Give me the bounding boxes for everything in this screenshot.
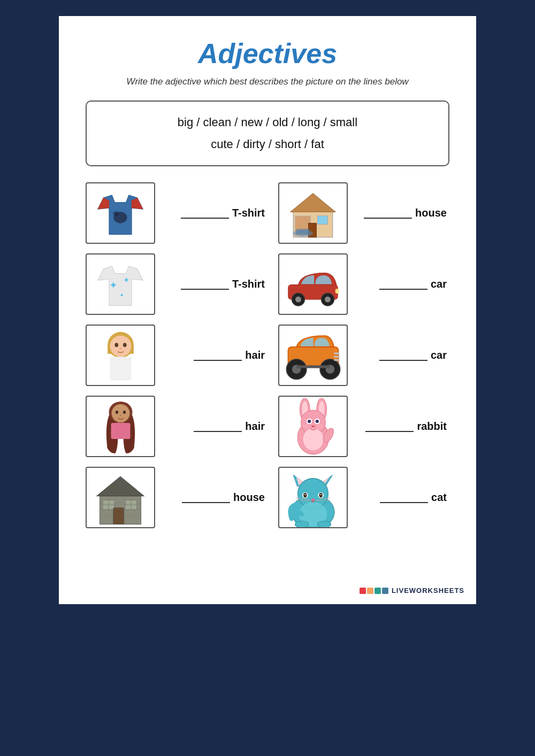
exercise-right-1: house (268, 182, 449, 244)
answer-line-4-right[interactable] (365, 421, 414, 432)
answer-area-4-left: hair (159, 420, 268, 433)
image-clean-shirt: ✦ ✦ ✦ (86, 253, 155, 315)
answer-line-5-left[interactable] (182, 492, 230, 503)
footer: LIVEWORKSHEETS (360, 587, 464, 595)
svg-point-80 (304, 494, 305, 495)
svg-point-89 (295, 521, 308, 527)
svg-marker-6 (291, 193, 335, 212)
svg-point-26 (123, 343, 126, 347)
exercise-row-3: hair (86, 325, 449, 386)
footer-logo (360, 588, 388, 594)
svg-rect-37 (334, 359, 339, 361)
label-4-right: rabbit (417, 420, 447, 433)
exercise-left-5: house (86, 467, 268, 528)
answer-area-2-left: T-shirt (159, 278, 268, 290)
svg-rect-34 (296, 365, 330, 368)
svg-rect-43 (111, 423, 130, 439)
image-small-car (278, 253, 348, 315)
label-2-left: T-shirt (232, 278, 265, 290)
svg-point-39 (111, 404, 129, 422)
svg-point-41 (123, 411, 126, 414)
page-subtitle: Write the adjective which best describes… (86, 75, 449, 89)
image-short-hair-girl (86, 325, 155, 386)
answer-area-3-left: hair (159, 349, 268, 361)
svg-text:✦: ✦ (123, 276, 130, 284)
answer-line-5-right[interactable] (380, 492, 428, 503)
svg-point-42 (119, 414, 121, 416)
svg-point-55 (311, 425, 315, 427)
exercise-left-3: hair (86, 325, 268, 386)
answer-line-1-right[interactable] (364, 208, 412, 219)
svg-point-25 (114, 343, 118, 347)
exercise-left-1: T-shirt (86, 182, 268, 244)
svg-point-27 (119, 348, 121, 349)
svg-point-83 (320, 494, 322, 495)
image-long-hair-girl (86, 396, 155, 457)
exercise-row-1: T-shirt (86, 182, 449, 244)
answer-line-3-right[interactable] (379, 350, 427, 361)
exercise-row-2: ✦ ✦ ✦ T-shirt (86, 253, 449, 315)
svg-rect-28 (110, 357, 131, 380)
answer-line-1-left[interactable] (181, 208, 229, 219)
answer-line-3-left[interactable] (194, 350, 242, 361)
word-bank-line2: cute / dirty / short / fat (100, 133, 435, 156)
svg-marker-12 (98, 266, 143, 305)
label-2-right: car (431, 278, 447, 290)
answer-area-1-right: house (352, 207, 449, 219)
logo-sq-1 (360, 588, 366, 594)
svg-text:✦: ✦ (119, 291, 124, 298)
label-4-left: hair (245, 420, 265, 433)
page-title: Adjectives (86, 37, 449, 70)
svg-point-24 (110, 336, 131, 357)
exercise-left-2: ✦ ✦ ✦ T-shirt (86, 253, 268, 315)
label-1-left: T-shirt (232, 207, 265, 219)
image-fat-cat (278, 467, 348, 528)
exercise-right-5: cat (268, 467, 449, 528)
answer-area-3-right: car (352, 349, 449, 361)
exercise-right-3: car (268, 325, 449, 386)
logo-sq-4 (382, 588, 388, 594)
svg-rect-67 (113, 508, 124, 524)
answer-line-4-left[interactable] (194, 421, 242, 432)
label-3-right: car (431, 349, 447, 361)
answer-area-5-right: cat (352, 491, 449, 504)
label-1-right: house (415, 207, 447, 219)
svg-point-84 (311, 498, 315, 500)
svg-point-18 (295, 296, 301, 302)
answer-area-5-left: house (159, 491, 268, 504)
svg-point-4 (113, 211, 119, 215)
exercise-right-4: rabbit (268, 396, 449, 457)
svg-rect-8 (317, 215, 327, 224)
exercise-left-4: hair (86, 396, 268, 457)
logo-sq-3 (374, 588, 381, 594)
answer-line-2-left[interactable] (181, 279, 229, 290)
footer-text: LIVEWORKSHEETS (392, 587, 464, 595)
answer-line-2-right[interactable] (379, 279, 427, 290)
svg-marker-60 (97, 477, 144, 496)
worksheet-page: Adjectives Write the adjective which bes… (59, 16, 476, 604)
exercises-container: T-shirt (86, 182, 449, 538)
label-5-left: house (233, 491, 265, 504)
exercise-right-2: car (268, 253, 449, 315)
svg-point-57 (317, 424, 324, 428)
image-cute-rabbit (278, 396, 348, 457)
label-5-right: cat (431, 491, 447, 504)
answer-area-4-right: rabbit (352, 420, 449, 433)
label-3-left: hair (245, 349, 265, 361)
word-bank-line1: big / clean / new / old / long / small (100, 111, 435, 134)
svg-rect-36 (334, 356, 339, 358)
image-dirty-shirt (86, 182, 155, 244)
exercise-row-5: house (86, 467, 449, 528)
answer-area-2-right: car (352, 278, 449, 290)
image-new-house (278, 182, 348, 244)
svg-point-40 (116, 411, 118, 414)
answer-area-1-left: T-shirt (159, 207, 268, 219)
svg-rect-11 (296, 229, 309, 235)
word-bank: big / clean / new / old / long / small c… (86, 101, 449, 167)
image-old-house (86, 467, 155, 528)
svg-rect-35 (334, 352, 339, 354)
svg-point-52 (308, 419, 311, 422)
image-big-car (278, 325, 348, 386)
svg-text:✦: ✦ (109, 279, 118, 290)
svg-point-90 (317, 521, 331, 527)
